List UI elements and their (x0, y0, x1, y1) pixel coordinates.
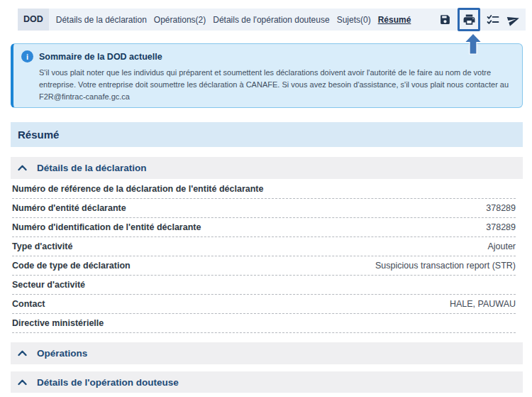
chevron-up-icon (18, 165, 27, 171)
info-banner-title: Sommaire de la DOD actuelle (39, 52, 162, 62)
print-button[interactable] (458, 8, 480, 31)
row-value: 378289 (486, 203, 516, 213)
info-icon: i (21, 50, 33, 62)
send-button[interactable] (506, 12, 521, 28)
declaration-summary-rows: Numéro de référence de la déclaration de… (12, 180, 516, 333)
row-label: Numéro de référence de la déclaration de… (12, 184, 264, 194)
tab-operations[interactable]: Opérations(2) (154, 15, 206, 25)
table-row: Directive ministérielle (12, 314, 516, 333)
chevron-up-icon (18, 350, 27, 357)
save-icon (439, 13, 451, 26)
row-label: Numéro d'entité déclarante (12, 203, 126, 213)
page-title: Résumé (11, 122, 523, 147)
row-value: Suspicious transaction report (STR) (375, 261, 516, 271)
section-title: Opérations (37, 348, 87, 359)
report-tab-bar: DOD Détails de la déclaration Opérations… (18, 9, 526, 31)
section-header-details-declaration[interactable]: Détails de la déclaration (11, 157, 523, 179)
section-title: Détails de la déclaration (37, 163, 147, 173)
tab-sujets[interactable]: Sujets(0) (337, 15, 371, 25)
row-value: Ajouter (487, 241, 516, 251)
section-header-operations[interactable]: Opérations (11, 342, 523, 364)
checklist-icon (487, 13, 499, 26)
row-label: Secteur d'activité (12, 280, 85, 290)
row-label: Numéro d'identification de l'entité décl… (12, 222, 201, 232)
table-row: Secteur d'activité (12, 276, 516, 295)
print-icon (462, 13, 476, 26)
row-label: Code de type de déclaration (12, 261, 131, 271)
table-row: Numéro d'entité déclarante 378289 (12, 199, 516, 218)
table-row: Contact HALE, PAUWAU (12, 295, 516, 314)
send-icon (506, 11, 522, 28)
tab-resume[interactable]: Résumé (378, 15, 411, 25)
tab-dod[interactable]: DOD (18, 9, 49, 31)
info-banner: i Sommaire de la DOD actuelle S'il vous … (11, 43, 523, 108)
info-banner-body: S'il vous plait noter que les individus … (39, 67, 512, 103)
save-button[interactable] (437, 12, 453, 28)
row-value: 378289 (486, 222, 516, 232)
table-row: Code de type de déclaration Suspicious t… (12, 256, 516, 276)
tab-details-operation-douteuse[interactable]: Détails de l'opération douteuse (213, 15, 329, 25)
tab-details-declaration[interactable]: Détails de la déclaration (56, 15, 147, 25)
table-row: Numéro d'identification de l'entité décl… (12, 218, 516, 237)
section-header-operation-douteuse[interactable]: Détails de l'opération douteuse (11, 371, 523, 393)
row-label: Contact (12, 299, 45, 309)
row-value: HALE, PAUWAU (450, 299, 516, 309)
info-banner-header: i Sommaire de la DOD actuelle (21, 50, 512, 62)
checklist-button[interactable] (485, 12, 501, 28)
table-row: Type d'activité Ajouter (12, 237, 516, 256)
table-row: Numéro de référence de la déclaration de… (12, 180, 516, 199)
row-label: Type d'activité (12, 241, 72, 251)
row-label: Directive ministérielle (12, 318, 104, 328)
section-title: Détails de l'opération douteuse (37, 377, 179, 388)
print-pointer-arrow (463, 33, 483, 58)
toolbar-actions (437, 9, 521, 31)
chevron-up-icon (18, 379, 27, 386)
